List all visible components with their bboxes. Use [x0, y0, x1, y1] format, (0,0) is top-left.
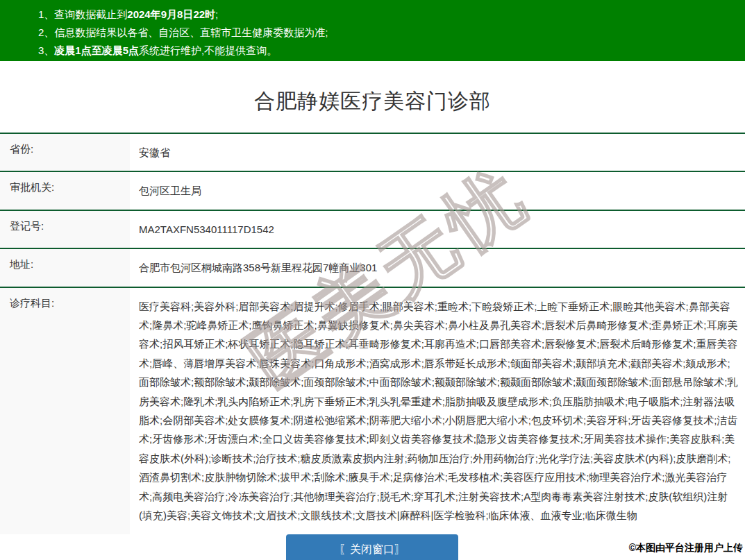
row-label: 省份: — [0, 134, 130, 171]
row-label: 审批机关: — [0, 172, 130, 209]
notice-text-bold: 凌晨1点至凌晨5点 — [54, 44, 139, 56]
notice-bar: 1、查询数据截止到2024年9月8日22时; 2、信息数据结果以各省、自治区、直… — [0, 0, 745, 61]
notice-text: 查询数据截止到 — [54, 8, 127, 20]
row-value: MA2TAXFN534011117D1542 — [130, 211, 745, 248]
table-row-address: 地址: 合肥市包河区桐城南路358号新里程花园7幢商业301 — [0, 248, 745, 286]
notice-text: 系统进行维护,不能提供查询。 — [139, 44, 277, 56]
row-value: 安徽省 — [130, 134, 745, 171]
notice-number: 3、 — [38, 44, 54, 56]
row-value: 包河区卫生局 — [130, 172, 745, 209]
notice-number: 2、 — [38, 26, 54, 38]
table-row-province: 省份: 安徽省 — [0, 133, 745, 171]
notice-text: ; — [215, 8, 218, 20]
table-row-registration-number: 登记号: MA2TAXFN534011117D1542 — [0, 210, 745, 248]
info-table: 省份: 安徽省 审批机关: 包河区卫生局 登记号: MA2TAXFN534011… — [0, 133, 745, 534]
notice-line-3: 3、凌晨1点至凌晨5点系统进行维护,不能提供查询。 — [38, 42, 738, 60]
row-label: 登记号: — [0, 211, 130, 248]
notice-line-2: 2、信息数据结果以各省、自治区、直辖市卫生健康委数据为准; — [38, 24, 738, 42]
row-label: 地址: — [0, 249, 130, 286]
table-row-medical-subjects: 诊疗科目: 医疗美容科;美容外科;眉部美容术;眉提升术;修眉手术;眼部美容术;重… — [0, 287, 745, 534]
row-value: 医疗美容科;美容外科;眉部美容术;眉提升术;修眉手术;眼部美容术;重睑术;下睑袋… — [130, 288, 745, 534]
clinic-title: 合肥静媄医疗美容门诊部 — [0, 87, 745, 116]
notice-text: 信息数据结果以各省、自治区、直辖市卫生健康委数据为准; — [54, 26, 328, 38]
upload-note: ©本图由平台注册用户上传 — [629, 542, 743, 554]
table-row-authority: 审批机关: 包河区卫生局 — [0, 171, 745, 209]
notice-number: 1、 — [38, 8, 54, 20]
row-value: 合肥市包河区桐城南路358号新里程花园7幢商业301 — [130, 249, 745, 286]
close-window-button[interactable]: 〖关闭窗口〗 — [286, 534, 458, 560]
row-label: 诊疗科目: — [0, 288, 130, 534]
notice-line-1: 1、查询数据截止到2024年9月8日22时; — [38, 6, 738, 24]
notice-text-bold: 2024年9月8日22时 — [127, 8, 215, 20]
